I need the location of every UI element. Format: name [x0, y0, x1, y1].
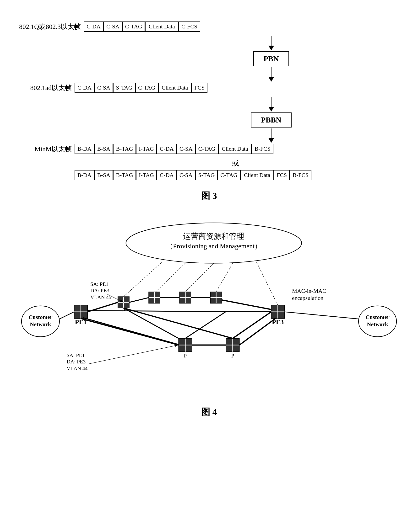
svg-text:P: P: [231, 353, 234, 359]
svg-line-39: [81, 319, 178, 345]
svg-text:Customer: Customer: [28, 314, 53, 320]
svg-text:DA: PE3: DA: PE3: [90, 288, 109, 293]
pe1-node: PE1: [74, 305, 87, 325]
fig4-label: 图 4: [19, 406, 399, 418]
box-bsa-4: B-SA: [94, 170, 113, 180]
svg-line-46: [240, 319, 276, 345]
customer-network-left: Customer Network: [22, 306, 59, 337]
p-node-3: [179, 292, 191, 303]
box-ctag-4: C-TAG: [218, 170, 240, 180]
box-btag-3: B-TAG: [113, 144, 136, 154]
frame-boxes-3: B-DA B-SA B-TAG I-TAG C-DA C-SA C-TAG Cl…: [75, 144, 273, 154]
svg-text:SA: PE1: SA: PE1: [90, 281, 108, 287]
frame-label-3: MinM以太帧: [19, 144, 72, 154]
svg-line-51: [233, 312, 271, 338]
svg-text:（Provisioning and Management）: （Provisioning and Management）: [166, 242, 261, 250]
svg-text:Network: Network: [30, 321, 51, 327]
box-cda-2: C-DA: [75, 83, 94, 93]
svg-text:VLAN 44: VLAN 44: [67, 366, 88, 371]
svg-line-66: [88, 345, 178, 364]
box-fcs-4: FCS: [274, 170, 290, 180]
svg-line-52: [59, 312, 74, 319]
box-csa-3: C-SA: [177, 144, 196, 154]
box-csa-1: C-SA: [104, 22, 122, 32]
svg-line-43: [222, 300, 271, 310]
svg-line-48: [124, 308, 178, 338]
fig3-label: 图 3: [19, 190, 399, 202]
box-csa-2: C-SA: [94, 83, 113, 93]
svg-text:Network: Network: [367, 321, 388, 327]
box-cda-3: C-DA: [157, 144, 177, 154]
frame-label-1: 802.1Q或802.3以太帧: [19, 22, 81, 31]
frame-boxes-2: C-DA C-SA S-TAG C-TAG Client Data FCS: [75, 83, 208, 93]
p-node-2: [149, 292, 160, 303]
box-bsa-3: B-SA: [94, 144, 113, 154]
customer-network-right: Customer Network: [359, 306, 396, 337]
box-fcs-2: FCS: [192, 83, 208, 93]
box-clientdata-3: Client Data: [218, 144, 252, 154]
box-ctag-2: C-TAG: [135, 83, 158, 93]
box-stag-4: S-TAG: [196, 170, 218, 180]
svg-text:VLAN 45: VLAN 45: [90, 294, 111, 300]
box-clientdata-2: Client Data: [158, 83, 192, 93]
box-ctag-3: C-TAG: [196, 144, 218, 154]
box-itag-3: I-TAG: [136, 144, 157, 154]
svg-text:Customer: Customer: [365, 314, 390, 320]
box-cda-4: C-DA: [157, 170, 177, 180]
box-clientdata-4: Client Data: [240, 170, 274, 180]
pbbn-block: PBBN: [251, 112, 291, 128]
fig4-diagram: 运营商资源和管理 （Provisioning and Management） C…: [19, 216, 399, 403]
frame-row-3: MinM以太帧 B-DA B-SA B-TAG I-TAG C-DA C-SA …: [19, 144, 399, 154]
or-text: 或: [72, 158, 399, 168]
p-node-bc1: P: [178, 338, 192, 358]
pbn-block: PBN: [253, 51, 289, 66]
box-bda-4: B-DA: [75, 170, 94, 180]
svg-text:DA: PE3: DA: PE3: [67, 359, 86, 365]
box-bfcs-3: B-FCS: [252, 144, 273, 154]
frame-label-2: 802.1ad以太帧: [19, 83, 72, 92]
svg-line-47: [83, 318, 178, 344]
svg-text:P: P: [184, 353, 187, 359]
svg-line-57: [216, 263, 233, 292]
svg-text:运营商资源和管理: 运营商资源和管理: [183, 232, 244, 240]
svg-line-56: [185, 263, 214, 292]
svg-line-44: [87, 311, 271, 312]
box-stag-2: S-TAG: [113, 83, 135, 93]
p-node-4: [210, 292, 222, 303]
frame-row-2: 802.1ad以太帧 C-DA C-SA S-TAG C-TAG Client …: [19, 83, 399, 93]
fig3-section: 802.1Q或802.3以太帧 C-DA C-SA C-TAG Client D…: [19, 17, 399, 202]
box-itag-4: I-TAG: [136, 170, 157, 180]
svg-text:encapsulation: encapsulation: [292, 295, 323, 301]
box-bfcs-4: B-FCS: [290, 170, 311, 180]
svg-line-40: [129, 298, 149, 302]
box-btag-4: B-TAG: [113, 170, 136, 180]
frame-row-4: B-DA B-SA B-TAG I-TAG C-DA C-SA S-TAG C-…: [19, 170, 399, 180]
frame-boxes-4: B-DA B-SA B-TAG I-TAG C-DA C-SA S-TAG C-…: [75, 170, 311, 180]
box-clientdata-1: Client Data: [145, 22, 178, 32]
svg-line-53: [284, 312, 359, 319]
page: 802.1Q或802.3以太帧 C-DA C-SA C-TAG Client D…: [0, 0, 418, 532]
p-node-bc2: P: [226, 338, 240, 358]
box-cda-1: C-DA: [84, 22, 104, 32]
box-cfcs-1: C-FCS: [178, 22, 200, 32]
box-ctag-1: C-TAG: [122, 22, 145, 32]
frame-row-1: 802.1Q或802.3以太帧 C-DA C-SA C-TAG Client D…: [19, 22, 399, 32]
box-csa-4: C-SA: [177, 170, 196, 180]
fig4-section: 运营商资源和管理 （Provisioning and Management） C…: [19, 216, 399, 403]
svg-line-58: [256, 262, 278, 305]
box-bda-3: B-DA: [75, 144, 94, 154]
frame-boxes-1: C-DA C-SA C-TAG Client Data C-FCS: [84, 22, 200, 32]
svg-text:MAC-in-MAC: MAC-in-MAC: [292, 288, 326, 294]
svg-text:SA: PE1: SA: PE1: [67, 353, 85, 358]
p-node-5: PE3: [271, 305, 285, 325]
svg-line-55: [156, 263, 185, 292]
